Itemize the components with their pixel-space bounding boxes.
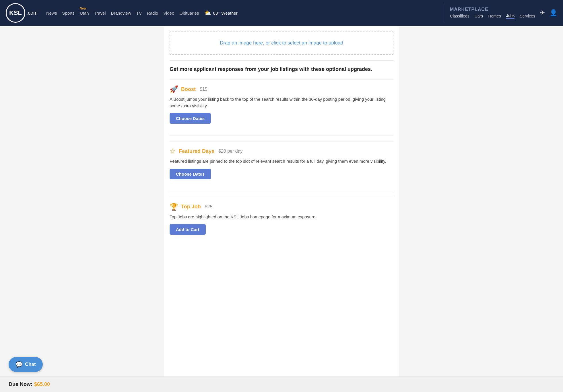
logo-ksl: KSL bbox=[9, 9, 22, 17]
logo-circle: KSL bbox=[6, 3, 25, 23]
marketplace-nav: Classifieds Cars Homes Jobs Services bbox=[450, 13, 535, 19]
image-upload-area[interactable]: Drag an image here, or click to select a… bbox=[170, 32, 393, 55]
nav-item-news[interactable]: News bbox=[46, 11, 57, 15]
featured-days-name: Featured Days bbox=[179, 148, 214, 154]
upgrade-item-top-job: 🏆 Top Job $25 Top Jobs are highlighted o… bbox=[170, 197, 393, 241]
nav-utah-wrap: New Utah bbox=[80, 11, 89, 15]
logo-area[interactable]: KSL .com bbox=[6, 3, 38, 23]
top-job-description: Top Jobs are highlighted on the KSL Jobs… bbox=[170, 214, 393, 220]
top-job-header: 🏆 Top Job $25 bbox=[170, 203, 393, 211]
marketplace-nav-homes[interactable]: Homes bbox=[488, 14, 501, 18]
nav-item-obituaries[interactable]: Obituaries bbox=[179, 11, 199, 15]
featured-days-description: Featured listings are pinned to the top … bbox=[170, 158, 393, 165]
marketplace-title: MARKETPLACE bbox=[450, 7, 488, 12]
chat-label: Chat bbox=[25, 362, 36, 367]
boost-price: $15 bbox=[200, 87, 207, 92]
featured-days-price: $20 per day bbox=[218, 149, 243, 154]
marketplace-nav-cars[interactable]: Cars bbox=[475, 14, 483, 18]
logo-dotcom: .com bbox=[26, 10, 38, 16]
section-divider-1 bbox=[170, 60, 393, 61]
image-upload-text: Drag an image here, or click to select a… bbox=[220, 40, 343, 46]
site-header: KSL .com News Sports New Utah Travel Bra… bbox=[0, 0, 563, 26]
footer-bar: Due Now: $65.00 bbox=[0, 377, 563, 392]
marketplace-section: MARKETPLACE Classifieds Cars Homes Jobs … bbox=[450, 7, 535, 19]
top-job-icon: 🏆 bbox=[170, 203, 178, 211]
boost-description: A Boost jumps your listing back to the t… bbox=[170, 96, 393, 109]
weather-temperature: 83° bbox=[213, 11, 220, 15]
featured-days-icon: ☆ bbox=[170, 147, 176, 155]
boost-choose-dates-button[interactable]: Choose Dates bbox=[170, 113, 211, 124]
weather-label: Weather bbox=[221, 11, 237, 15]
boost-icon: 🚀 bbox=[170, 85, 178, 93]
nav-item-radio[interactable]: Radio bbox=[147, 11, 158, 15]
send-icon[interactable]: ✈ bbox=[540, 9, 545, 17]
featured-days-header: ☆ Featured Days $20 per day bbox=[170, 147, 393, 155]
user-icon[interactable]: 👤 bbox=[550, 9, 557, 17]
main-nav: News Sports New Utah Travel Brandview TV… bbox=[46, 9, 438, 16]
marketplace-nav-classifieds[interactable]: Classifieds bbox=[450, 14, 469, 18]
main-content: Drag an image here, or click to select a… bbox=[164, 26, 399, 392]
boost-name: Boost bbox=[181, 86, 196, 92]
weather-icon: ⛅ bbox=[204, 9, 211, 16]
boost-header: 🚀 Boost $15 bbox=[170, 85, 393, 93]
section-divider-3 bbox=[170, 191, 393, 191]
top-job-name: Top Job bbox=[181, 204, 201, 210]
upgrades-heading: Get more applicant responses from your j… bbox=[170, 66, 393, 72]
due-now-label: Due Now: bbox=[9, 381, 32, 387]
header-icons: ✈ 👤 bbox=[540, 9, 557, 17]
nav-item-utah[interactable]: Utah bbox=[80, 11, 89, 15]
weather-section[interactable]: ⛅ 83° Weather bbox=[204, 9, 238, 16]
section-divider-2 bbox=[170, 135, 393, 135]
chat-bubble-icon: 💬 bbox=[15, 361, 23, 368]
upgrade-item-boost: 🚀 Boost $15 A Boost jumps your listing b… bbox=[170, 79, 393, 129]
top-job-price: $25 bbox=[205, 204, 213, 209]
nav-item-tv[interactable]: TV bbox=[136, 11, 142, 15]
featured-days-choose-dates-button[interactable]: Choose Dates bbox=[170, 169, 211, 179]
header-divider bbox=[444, 4, 444, 22]
chat-button[interactable]: 💬 Chat bbox=[9, 357, 43, 372]
nav-new-badge: New bbox=[80, 7, 86, 10]
marketplace-nav-jobs[interactable]: Jobs bbox=[506, 13, 515, 19]
marketplace-nav-services[interactable]: Services bbox=[520, 14, 535, 18]
nav-item-sports[interactable]: Sports bbox=[62, 11, 75, 15]
nav-item-video[interactable]: Video bbox=[163, 11, 174, 15]
upgrade-item-featured-days: ☆ Featured Days $20 per day Featured lis… bbox=[170, 141, 393, 185]
due-now-amount: $65.00 bbox=[34, 381, 50, 387]
top-job-add-to-cart-button[interactable]: Add to Cart bbox=[170, 224, 206, 235]
nav-item-brandview[interactable]: Brandview bbox=[111, 11, 131, 15]
nav-item-travel[interactable]: Travel bbox=[94, 11, 106, 15]
